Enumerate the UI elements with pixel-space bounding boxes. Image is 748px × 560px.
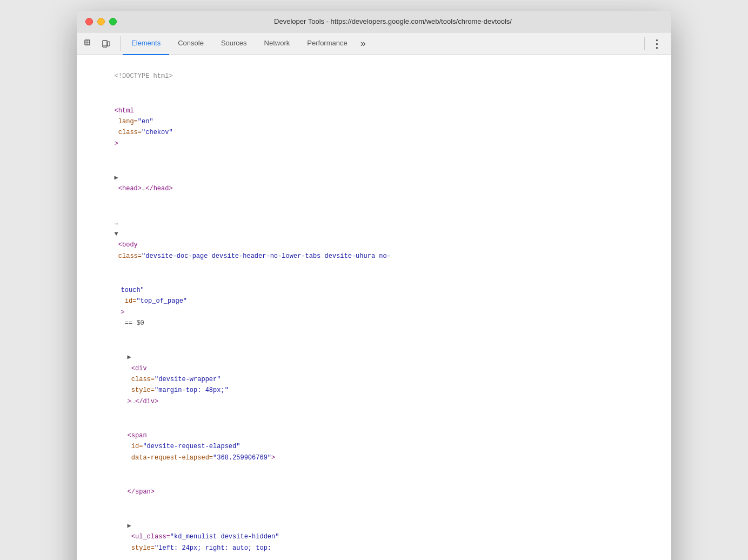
dom-line-body-cont[interactable]: touch" id="top_of_page" > == $0 xyxy=(77,273,671,340)
dom-line-div[interactable]: ▶ <div class="devsite-wrapper" style="ma… xyxy=(77,341,671,419)
tab-elements[interactable]: Elements xyxy=(123,32,169,55)
devtools-window: Developer Tools - https://developers.goo… xyxy=(77,11,671,560)
toolbar-icons xyxy=(81,36,121,51)
more-tabs-button[interactable]: » xyxy=(356,38,370,49)
dom-line-ul-truncated[interactable]: ▶ <ul_class="kd_menulist devsite-hidden"… xyxy=(77,509,671,560)
title-bar: Developer Tools - https://developers.goo… xyxy=(77,11,671,32)
svg-rect-4 xyxy=(108,42,110,46)
minimize-button[interactable] xyxy=(97,18,105,25)
traffic-lights xyxy=(85,18,117,25)
tab-sources[interactable]: Sources xyxy=(212,32,256,55)
dom-line-head[interactable]: ▶ <head>…</head> xyxy=(77,161,671,206)
dom-line-html[interactable]: <html lang="en" class="chekov" > xyxy=(77,94,671,161)
close-button[interactable] xyxy=(85,18,93,25)
devtools-toolbar: Elements Console Sources Network Perform… xyxy=(77,32,671,55)
tab-console[interactable]: Console xyxy=(169,32,212,55)
dom-line-span[interactable]: <span id="devsite-request-elapsed" data-… xyxy=(77,419,671,475)
tabs-container: Elements Console Sources Network Perform… xyxy=(123,32,642,55)
toolbar-divider xyxy=(644,37,645,50)
dom-line-body-start[interactable]: … ▼ <body class="devsite-doc-page devsit… xyxy=(77,206,671,273)
tab-network[interactable]: Network xyxy=(256,32,299,55)
devtools-content: <!DOCTYPE html> <html lang="en" class="c… xyxy=(77,55,671,560)
devtools-menu-button[interactable]: ⋮ xyxy=(647,37,667,50)
tab-performance[interactable]: Performance xyxy=(298,32,356,55)
dom-line-span-close[interactable]: </span> xyxy=(77,475,671,509)
dom-tree: <!DOCTYPE html> <html lang="en" class="c… xyxy=(77,55,671,560)
svg-rect-3 xyxy=(103,41,107,47)
inspect-element-icon[interactable] xyxy=(81,36,96,51)
maximize-button[interactable] xyxy=(109,18,117,25)
device-toolbar-icon[interactable] xyxy=(98,36,113,51)
window-title: Developer Tools - https://developers.goo… xyxy=(123,17,663,25)
dom-line-doctype: <!DOCTYPE html> xyxy=(77,59,671,94)
